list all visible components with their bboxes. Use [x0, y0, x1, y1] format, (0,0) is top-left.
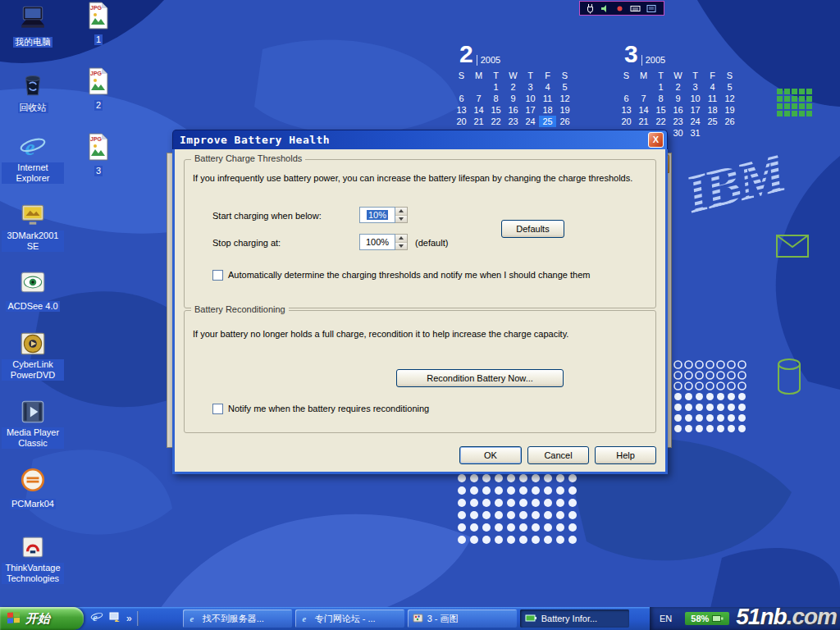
keypad-cell	[784, 89, 790, 94]
calendar-day: 10	[522, 93, 539, 104]
keypad-cell	[792, 89, 797, 94]
ok-button[interactable]: OK	[459, 446, 522, 464]
recondition-battery-button[interactable]: Recondition Battery Now...	[396, 369, 564, 387]
task-button-label: Battery Infor...	[541, 614, 597, 623]
desktop-icon-recycle-bin[interactable]: 回收站	[2, 70, 64, 114]
auto-determine-checkbox-row[interactable]: Automatically determine the charging thr…	[212, 270, 639, 281]
desktop-file-1[interactable]: JPG 1	[67, 2, 130, 46]
desktop-file-2[interactable]: JPG 2	[67, 67, 130, 112]
svg-text:JPG: JPG	[90, 5, 103, 11]
desktop-icon-media-player-classic[interactable]: Media Player Classic	[2, 398, 64, 450]
task-button-forum[interactable]: e 专门网论坛 - ...	[295, 609, 404, 628]
power-icon[interactable]	[586, 3, 595, 14]
language-indicator[interactable]: EN	[660, 614, 672, 623]
desktop-icon-label: Internet Explorer	[2, 162, 64, 184]
desktop-icon-thinkvantage[interactable]: ThinkVantage Technologies	[2, 533, 64, 585]
task-button-paint[interactable]: 3 - 画图	[408, 609, 517, 628]
quicklaunch-desktop-icon[interactable]	[108, 610, 121, 627]
stop-charging-field[interactable]: 100%	[359, 234, 395, 250]
keypad-cell	[784, 96, 790, 102]
calendar-day-header: S	[453, 70, 470, 81]
task-button-label: 找不到服务器...	[203, 613, 264, 625]
desktop-icon-acdsee[interactable]: ACDSee 4.0	[2, 268, 64, 313]
stop-charging-spinner[interactable]: 100%	[359, 234, 408, 250]
improve-battery-health-dialog: Improve Battery Health X Battery Charge …	[172, 130, 668, 474]
spin-up-button[interactable]	[395, 208, 407, 216]
task-button-server-not-found[interactable]: e 找不到服务器...	[183, 609, 292, 628]
calendar-day: 12	[721, 93, 738, 104]
calendar-day: 22	[652, 116, 669, 127]
desktop: 2 2005 SMTWTFS12345678910111213141516171…	[0, 0, 840, 630]
task-button-battery-information[interactable]: Battery Infor...	[520, 609, 629, 628]
display-settings-icon[interactable]	[646, 3, 656, 14]
start-charging-value: 10%	[367, 210, 388, 220]
tray-battery-indicator[interactable]: 58%	[685, 612, 729, 625]
cancel-button[interactable]: Cancel	[527, 446, 589, 464]
desktop-file-3[interactable]: JPG 3	[67, 133, 130, 177]
calendar-day: 14	[635, 104, 652, 116]
calendar-day: 11	[539, 93, 556, 104]
keypad-cell	[792, 96, 797, 102]
quicklaunch-overflow-chevron[interactable]: »	[126, 613, 132, 624]
calendar-day: 19	[556, 104, 573, 116]
start-charging-spinner[interactable]: 10%	[359, 207, 408, 223]
keypad-cell	[806, 96, 812, 102]
calendar-day: 5	[721, 81, 738, 93]
quick-launch: e »	[84, 607, 145, 630]
calendar-year: 2005	[477, 55, 500, 66]
volume-icon[interactable]	[600, 3, 609, 14]
calendar-month: 3	[624, 43, 638, 66]
group-title: Battery Reconditioning	[191, 304, 289, 314]
spin-down-button[interactable]	[395, 243, 407, 250]
help-button[interactable]: Help	[595, 446, 656, 464]
desktop-icon-3dmark2001[interactable]: 3DMark2001 SE	[2, 201, 64, 253]
desktop-icon-label: ThinkVantage Technologies	[2, 563, 64, 584]
notify-reconditioning-checkbox-row[interactable]: Notify me when the battery requires reco…	[212, 404, 639, 414]
desktop-icon-powerdvd[interactable]: CyberLink PowerDVD	[2, 330, 64, 381]
start-button[interactable]: 开始	[0, 607, 84, 630]
calendar-day: 24	[687, 116, 704, 127]
calendar-day: 4	[704, 81, 721, 93]
battery-icon	[525, 614, 537, 624]
keyboard-icon[interactable]	[630, 3, 641, 14]
desktop-icon-label: ACDSee 4.0	[6, 301, 59, 312]
watermark-bold: 51nb	[736, 604, 786, 629]
quicklaunch-ie-icon[interactable]: e	[90, 610, 103, 627]
close-button[interactable]: X	[648, 132, 664, 148]
calendar-day: 6	[618, 93, 635, 104]
calendar-day: 22	[487, 116, 504, 127]
calendar-day: 25	[539, 116, 556, 127]
auto-determine-checkbox[interactable]	[212, 270, 223, 281]
jpg-file-icon: JPG	[84, 133, 112, 161]
media-player-classic-icon	[19, 398, 47, 426]
start-button-label: 开始	[25, 611, 50, 627]
spin-up-button[interactable]	[395, 235, 407, 243]
start-charging-label: Start charging when below:	[212, 211, 322, 221]
start-charging-field[interactable]: 10%	[359, 207, 395, 223]
calendar-day: 17	[522, 104, 539, 116]
calendar-day: 20	[453, 116, 470, 127]
notify-reconditioning-checkbox[interactable]	[212, 404, 223, 414]
calendar-day: 13	[453, 104, 470, 116]
calendar-day: 18	[704, 104, 721, 116]
close-icon: X	[653, 135, 659, 144]
battery-charge-thresholds-group: Battery Charge Thresholds If you infrequ…	[184, 159, 656, 308]
keypad-cell	[806, 89, 812, 94]
default-note: (default)	[415, 238, 448, 248]
trackpoint-icon[interactable]	[615, 3, 624, 14]
calendar-day: 7	[470, 93, 487, 104]
desktop-icon-pcmark04[interactable]: PCMark04	[2, 466, 64, 510]
svg-text:e: e	[302, 614, 306, 623]
calendar-day: 15	[652, 104, 669, 116]
calendar-day: 15	[487, 104, 504, 116]
desktop-icon-my-computer[interactable]: 我的电脑	[2, 4, 64, 48]
defaults-button[interactable]: Defaults	[501, 220, 564, 238]
calendar-year: 2005	[641, 55, 665, 66]
my-computer-icon	[19, 4, 47, 32]
keypad-cell	[799, 111, 805, 116]
spin-down-button[interactable]	[395, 216, 407, 223]
desktop-icon-internet-explorer[interactable]: e Internet Explorer	[2, 133, 64, 185]
calendar-day-header: W	[504, 70, 522, 81]
dialog-titlebar[interactable]: Improve Battery Health X	[172, 130, 668, 149]
keypad-cell	[777, 103, 783, 109]
